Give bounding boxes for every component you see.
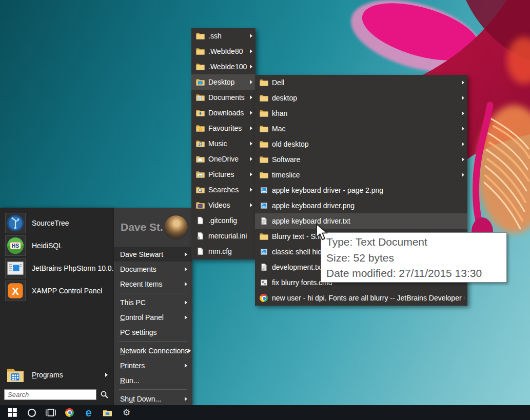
separator [119, 389, 187, 390]
start-right-item-label: Documents [120, 265, 185, 273]
app-label: HeidiSQL [32, 242, 63, 250]
menu-item-new-user-hi-dpi-fonts-are-all-[interactable]: new user - hi dpi. Fonts are all blurry … [255, 290, 467, 306]
menu-item-apple-keyboard-driver-png[interactable]: apple keyboard driver.png [255, 198, 467, 213]
folder-icon [259, 155, 268, 164]
start-right-item-run-[interactable]: Run... [114, 373, 192, 388]
menu-item-dell[interactable]: Dell [255, 75, 467, 90]
search-icon[interactable] [100, 390, 109, 399]
menu-item-mercurial-ini[interactable]: mercurial.ini [191, 228, 256, 244]
taskbar-file-explorer-icon[interactable] [98, 405, 117, 420]
start-right-item-pc-settings[interactable]: PC settings [114, 325, 192, 339]
menu-item--ssh[interactable]: .ssh [191, 28, 256, 44]
start-right-item-label: PC settings [120, 328, 187, 336]
app-item-jetbrains-phpstorm-10-0-1[interactable]: JetBrains PhpStorm 10.0.1 [0, 257, 114, 279]
menu-item-downloads[interactable]: Downloads [191, 105, 256, 121]
separator [119, 341, 187, 342]
submenu-arrow-icon [462, 173, 464, 177]
file-text-icon [259, 217, 268, 225]
menu-item-label: Pictures [208, 170, 250, 178]
menu-item--gitconfig[interactable]: .gitconfig [191, 213, 256, 228]
folder-icon [259, 171, 268, 179]
start-right-item-printers[interactable]: Printers [114, 358, 192, 373]
tooltip-modified-line: Date modified: 27/11/2015 13:30 [326, 266, 501, 282]
menu-item-mac[interactable]: Mac [255, 121, 467, 136]
menu-item-label: .ssh [208, 32, 250, 40]
menu-item-label: Desktop [208, 78, 250, 86]
taskbar-start-icon[interactable] [3, 405, 22, 420]
taskbar-chrome-icon[interactable] [60, 405, 79, 420]
menu-item-label: desktop [272, 94, 462, 102]
menu-item-label: apple keyboard driver.txt [272, 217, 464, 225]
menu-item-onedrive[interactable]: OneDrive [191, 151, 256, 167]
folder-downloads-icon [195, 109, 205, 117]
svg-text:X: X [12, 285, 19, 297]
submenu-arrow-icon [462, 127, 464, 131]
tooltip-size-line: Size: 52 bytes [326, 250, 501, 266]
phpstorm-icon [5, 258, 26, 278]
folder-icon [195, 47, 205, 55]
menu-item-label: apple keyboard driver - page 2.png [272, 186, 464, 194]
start-right-item-network-connections[interactable]: Network Connections [114, 343, 192, 358]
menu-item--webide100[interactable]: .WebIde100 [191, 59, 256, 74]
start-right-item-shut-down-[interactable]: Shut Down... [114, 391, 192, 406]
user-avatar[interactable] [164, 215, 188, 239]
submenu-arrow-icon [250, 142, 252, 146]
menu-item-label: Dell [272, 78, 462, 87]
submenu-arrow-icon [185, 315, 187, 319]
start-right-item-label: Run... [120, 376, 187, 385]
separator [119, 293, 187, 293]
menu-item-software[interactable]: Software [255, 152, 467, 167]
menu-item--webide80[interactable]: .WebIde80 [191, 44, 256, 59]
folder-icon [259, 109, 268, 117]
folder-videos-icon [195, 201, 205, 209]
taskbar: e⚙ [0, 405, 530, 420]
menu-item-documents[interactable]: Documents [191, 90, 256, 105]
app-label: SourceTree [32, 219, 69, 227]
folder-documents-icon [195, 93, 205, 102]
taskbar-settings-icon[interactable]: ⚙ [117, 405, 136, 420]
menu-item-label: Favourites [208, 124, 250, 132]
start-menu-spacer [0, 302, 114, 364]
menu-item-mm-cfg[interactable]: mm.cfg [191, 244, 256, 259]
app-item-sourcetree[interactable]: SourceTree [0, 212, 114, 234]
menu-item-label: old desktop [272, 140, 462, 148]
menu-item-music[interactable]: Music [191, 136, 256, 151]
programs-menu-item[interactable]: Programs [0, 364, 114, 386]
menu-item-desktop[interactable]: desktop [255, 90, 467, 106]
taskbar-task-view-icon[interactable] [41, 405, 60, 420]
taskbar-cortana-search-icon[interactable] [22, 405, 41, 420]
file-image-icon [259, 248, 268, 256]
start-right-item-recent-items[interactable]: Recent Items [114, 276, 192, 291]
app-item-heidisql[interactable]: HSHeidiSQL [0, 234, 114, 257]
submenu-arrow-icon [250, 65, 252, 69]
menu-item-pictures[interactable]: Pictures [191, 167, 256, 182]
taskbar-edge-icon[interactable]: e [79, 405, 98, 420]
submenu-arrow-icon [250, 172, 252, 176]
app-item-xampp-control-panel[interactable]: XXAMPP Control Panel [0, 279, 114, 302]
folder-icon [259, 94, 268, 102]
start-menu-left-panel: SourceTreeHSHeidiSQLJetBrains PhpStorm 1… [0, 208, 114, 405]
submenu-arrow-icon [462, 142, 464, 146]
start-right-item-dave-stewart[interactable]: Dave Stewart [114, 247, 192, 262]
menu-item-label: new user - hi dpi. Fonts are all blurry … [272, 294, 464, 302]
submenu-arrow-icon [250, 111, 252, 115]
mouse-cursor [316, 224, 329, 243]
menu-item-videos[interactable]: Videos [191, 197, 256, 213]
app-label: XAMPP Control Panel [32, 287, 102, 295]
start-right-item-control-panel[interactable]: Control Panel [114, 310, 192, 325]
menu-item-khan[interactable]: khan [255, 106, 467, 121]
search-input[interactable] [4, 389, 96, 400]
menu-item-favourites[interactable]: Favourites [191, 121, 256, 136]
start-right-item-label: This PC [120, 298, 185, 307]
start-right-item-documents[interactable]: Documents [114, 262, 192, 276]
menu-item-old-desktop[interactable]: old desktop [255, 136, 467, 152]
user-header[interactable]: Dave St... [114, 208, 192, 244]
start-right-item-this-pc[interactable]: This PC [114, 295, 192, 310]
menu-item-desktop[interactable]: Desktop [191, 74, 256, 90]
file-info-tooltip: Type: Text Document Size: 52 bytes Date … [321, 232, 507, 283]
menu-item-searches[interactable]: Searches [191, 182, 256, 197]
menu-item-timeslice[interactable]: timeslice [255, 167, 467, 183]
menu-item-apple-keyboard-driver-page-2-p[interactable]: apple keyboard driver - page 2.png [255, 183, 467, 198]
folder-icon [195, 32, 205, 40]
menu-item-apple-keyboard-driver-txt[interactable]: apple keyboard driver.txt [255, 213, 467, 229]
